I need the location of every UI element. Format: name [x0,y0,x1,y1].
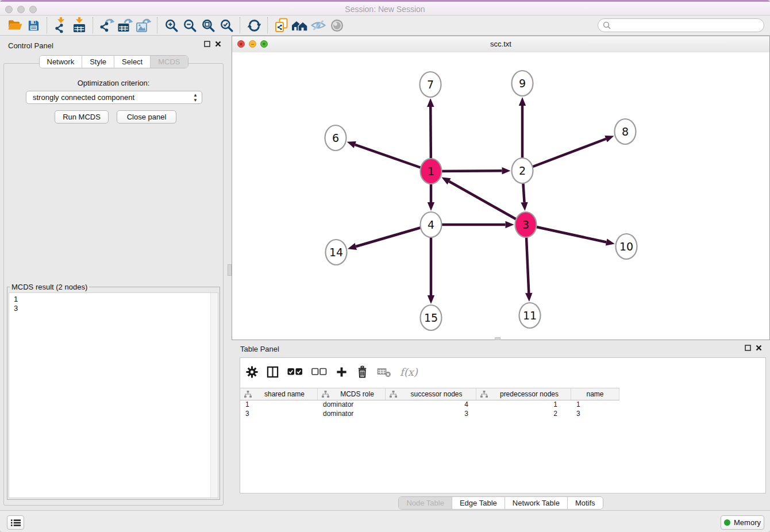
application-window: Session: New Session [0,0,770,532]
tab-style[interactable]: Style [82,56,114,68]
table-settings-gear-icon[interactable] [246,366,258,378]
graph-node-9[interactable]: 9 [512,71,533,96]
table-cell: dominator [318,400,386,409]
node-table-container: f(x) shared nameMCDS rolesuccessor nodes… [240,357,766,494]
export-network-icon[interactable] [98,17,116,34]
optimization-criterion-label: Optimization criterion: [0,79,227,87]
deselect-all-columns-icon[interactable] [311,367,327,376]
graph-node-7[interactable]: 7 [420,72,441,97]
tab-node-table[interactable]: Node Table [399,497,452,509]
graph-node-8[interactable]: 8 [615,119,636,144]
delete-table-icon[interactable] [377,366,391,378]
column-header-label: successor nodes [397,390,476,398]
svg-text:6: 6 [332,132,339,144]
tab-edge-table[interactable]: Edge Table [452,497,505,509]
graph-node-2[interactable]: 2 [512,158,533,183]
optimization-criterion-select[interactable]: strongly connected component ▲▼ [26,91,202,104]
float-table-panel-icon[interactable] [745,345,751,351]
save-session-icon[interactable] [24,17,43,34]
nested-network-home-icon[interactable] [291,17,309,34]
tab-network-table[interactable]: Network Table [505,497,568,509]
refresh-layout-icon[interactable] [245,17,263,34]
search-input[interactable] [613,20,759,31]
table-row[interactable]: 3dominator323 [240,409,765,418]
mcds-result-scrollbar[interactable] [210,293,218,498]
select-stepper-icon: ▲▼ [193,92,198,103]
open-session-icon[interactable] [6,17,24,34]
column-header-predecessor-nodes[interactable]: predecessor nodes [476,388,571,400]
graph-edge-3-1[interactable] [441,177,526,225]
column-header-mcds-role[interactable]: MCDS role [318,388,386,400]
table-cell: 3 [386,409,476,418]
column-header-label: shared name [252,390,317,398]
close-panel-icon[interactable] [215,41,221,47]
task-history-button[interactable] [7,515,24,530]
vertical-splitter-handle[interactable] [228,264,232,276]
close-panel-button[interactable]: Close panel [117,110,176,124]
column-type-icon [322,391,329,398]
column-header-name[interactable]: name [571,388,619,400]
network-window-titlebar[interactable]: × − + scc.txt [232,36,769,53]
graph-edge-1-2[interactable] [431,167,511,174]
graph-node-6[interactable]: 6 [325,125,346,151]
hide-details-eye-slash-icon[interactable] [309,17,328,34]
table-cell: 1 [571,400,619,409]
zoom-out-icon[interactable] [180,17,199,34]
control-panel-title: Control Panel [8,41,53,50]
tab-mcds[interactable]: MCDS [151,56,187,68]
control-panel: Control Panel NetworkStyleSelectMCDS Opt… [0,36,227,508]
import-table-icon[interactable] [70,17,88,34]
table-cell: dominator [318,409,386,418]
graph-node-11[interactable]: 11 [519,303,541,328]
close-table-panel-icon[interactable] [756,345,762,351]
tab-select[interactable]: Select [114,56,151,68]
zoom-selected-icon[interactable] [217,17,236,34]
toolbar-separator [47,17,48,33]
svg-text:15: 15 [424,311,438,324]
column-header-successor-nodes[interactable]: successor nodes [386,388,476,400]
svg-text:3: 3 [522,218,529,231]
delete-column-trash-icon[interactable] [356,365,368,379]
tab-motifs[interactable]: Motifs [568,497,603,509]
zoom-fit-icon[interactable] [199,17,217,34]
function-builder-icon[interactable]: f(x) [400,366,418,378]
window-title: Session: New Session [0,5,770,14]
table-cell: 4 [386,400,476,409]
import-network-icon[interactable] [52,17,70,34]
export-table-icon[interactable] [116,17,134,34]
network-view-window: × − + scc.txt 7968124314101511 [232,36,770,340]
create-column-plus-icon[interactable] [336,366,348,378]
graph-node-14[interactable]: 14 [326,240,347,265]
show-column-panel-icon[interactable] [267,366,279,378]
network-canvas-svg: 7968124314101511 [232,52,769,340]
column-header-shared-name[interactable]: shared name [240,388,318,400]
graph-node-3[interactable]: 3 [515,212,537,237]
column-type-icon [480,391,488,398]
show-graphics-details-eye-icon[interactable] [328,17,346,34]
float-panel-icon[interactable] [204,41,210,47]
graph-node-1[interactable]: 1 [421,159,442,184]
graph-node-4[interactable]: 4 [421,212,442,237]
mcds-result-text[interactable]: 1 3 [9,293,211,498]
graph-node-15[interactable]: 15 [421,305,442,330]
graph-edge-4-14[interactable] [348,225,431,250]
tab-network[interactable]: Network [39,56,82,68]
svg-text:14: 14 [329,246,343,259]
export-image-icon[interactable] [134,17,153,34]
memory-button[interactable]: Memory [721,515,764,530]
zoom-in-icon[interactable] [162,17,180,34]
graph-edge-1-6[interactable] [347,141,431,171]
select-all-columns-icon[interactable] [287,367,303,376]
mcds-result-group: MCDS result (2 nodes) 1 3 [7,283,220,500]
run-mcds-button[interactable]: Run MCDS [55,110,109,124]
network-canvas[interactable]: 7968124314101511 [232,52,769,340]
graph-edge-4-3[interactable] [431,221,514,228]
graph-edge-3-10[interactable] [526,225,615,245]
graph-node-10[interactable]: 10 [616,234,637,259]
network-view-title: scc.txt [232,40,769,48]
clone-network-icon[interactable] [272,17,291,34]
svg-text:7: 7 [427,78,434,91]
table-row[interactable]: 1dominator411 [240,400,765,409]
table-panel: Table Panel [232,340,770,510]
graph-edge-2-8[interactable] [522,136,614,171]
